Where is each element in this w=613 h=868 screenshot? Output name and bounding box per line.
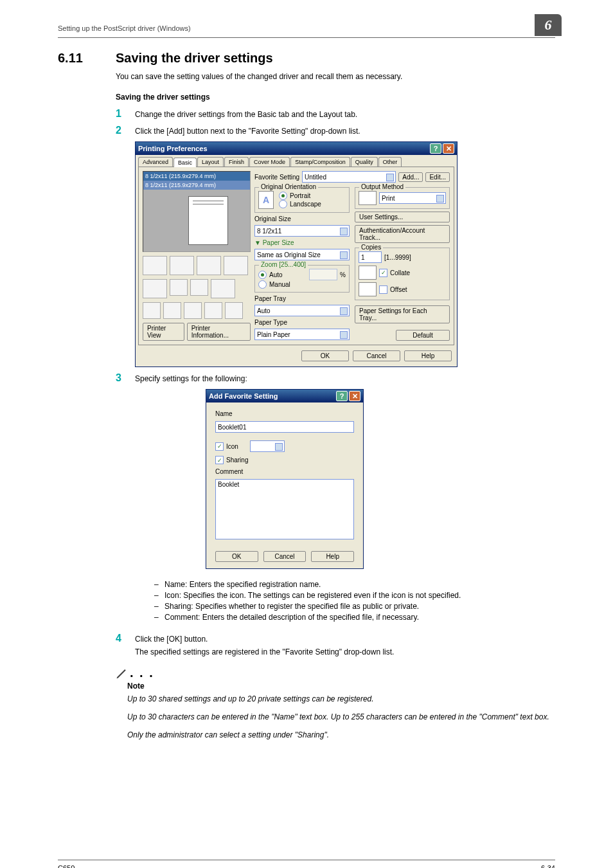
paper-settings-tray-button[interactable]: Paper Settings for Each Tray...: [355, 305, 450, 323]
intro-text: You can save the setting values of the c…: [116, 71, 555, 82]
preview-icon[interactable]: [143, 302, 161, 319]
footer-left: C650: [58, 864, 75, 868]
icon-dropdown[interactable]: [250, 440, 285, 452]
tab-stamp[interactable]: Stamp/Composition: [290, 157, 350, 167]
paper-tray-label: Paper Tray: [254, 295, 350, 302]
help-button[interactable]: Help: [404, 350, 452, 361]
preview-icon[interactable]: [211, 279, 235, 298]
auth-button[interactable]: Authentication/Account Track...: [355, 225, 450, 243]
section-number: 6.11: [58, 51, 116, 66]
paper-type-dropdown[interactable]: Plain Paper: [254, 329, 350, 340]
step-4-text: Click the [OK] button.: [135, 635, 555, 644]
step-number-3: 3: [116, 372, 135, 384]
bullet-icon: Icon: Specifies the icon. The settings c…: [154, 591, 461, 600]
help-icon[interactable]: ?: [336, 391, 348, 401]
zoom-value-field: [309, 269, 337, 280]
copies-input[interactable]: 1: [359, 251, 382, 263]
preview-icon[interactable]: [225, 302, 243, 319]
paper-size-label: ▼ Paper Size: [254, 239, 350, 246]
chapter-badge: 6: [535, 14, 562, 36]
step-1-text: Change the driver settings from the Basi…: [135, 110, 555, 119]
preview-icon[interactable]: [143, 279, 167, 298]
portrait-radio[interactable]: [279, 192, 287, 200]
bullet-name: Name: Enters the specified registration …: [154, 580, 461, 589]
user-settings-button[interactable]: User Settings...: [355, 212, 450, 222]
original-size-dropdown[interactable]: 8 1/2x11: [254, 225, 350, 237]
output-method-dropdown[interactable]: Print: [379, 192, 446, 204]
running-header: Setting up the PostScript driver (Window…: [58, 24, 191, 32]
close-icon[interactable]: ✕: [349, 391, 360, 401]
cancel-button[interactable]: Cancel: [353, 350, 400, 361]
copies-group: Copies 1 [1...9999] ✓Collate Offset: [355, 248, 450, 300]
favorite-setting-label: Favorite Setting: [254, 174, 299, 181]
preview-icon[interactable]: [163, 302, 181, 319]
tab-basic[interactable]: Basic: [173, 158, 197, 167]
step-number-2: 2: [116, 125, 135, 136]
preview-icon[interactable]: [224, 256, 248, 275]
dialog2-title: Add Favorite Setting: [209, 392, 278, 400]
orientation-group: Original Orientation A Portrait Landscap…: [254, 187, 350, 213]
comment-textarea[interactable]: Booklet: [215, 479, 354, 539]
close-icon[interactable]: ✕: [443, 143, 454, 154]
preview-icon[interactable]: [197, 256, 221, 275]
preview-icon-row-1: [143, 256, 251, 275]
ok-button[interactable]: OK: [215, 551, 258, 562]
icon-label: Icon: [226, 443, 238, 450]
add-favorite-setting-dialog: Add Favorite Setting ? ✕ Name Booklet01 …: [206, 389, 364, 569]
tab-quality[interactable]: Quality: [351, 157, 378, 167]
preview-icon[interactable]: [170, 279, 188, 296]
step-2-text: Click the [Add] button next to the "Favo…: [135, 127, 555, 136]
tab-strip: Advanced Basic Layout Finish Cover Mode …: [136, 155, 457, 167]
edit-button[interactable]: Edit...: [425, 172, 450, 182]
preview-icon[interactable]: [204, 302, 222, 319]
note-text-2: Up to 30 characters can be entered in th…: [127, 711, 555, 723]
zoom-manual-radio[interactable]: [258, 280, 267, 289]
offset-icon: [359, 282, 377, 296]
tab-other[interactable]: Other: [378, 157, 402, 167]
printing-preferences-dialog: Printing Preferences ? ✕ Advanced Basic …: [135, 141, 458, 367]
note-heading: Note: [127, 682, 555, 691]
zoom-group: Zoom [25...400] Auto % Manual: [254, 265, 350, 293]
printer-info-button[interactable]: Printer Information...: [187, 323, 251, 341]
step-3-text: Specify settings for the following:: [135, 374, 555, 383]
preview-area: [143, 190, 250, 251]
name-label: Name: [215, 410, 354, 417]
name-input[interactable]: Booklet01: [215, 421, 354, 433]
zoom-auto-radio[interactable]: [258, 271, 267, 279]
step-number-4: 4: [116, 633, 135, 644]
help-button[interactable]: Help: [311, 551, 354, 562]
section-heading: 6.11 Saving the driver settings: [58, 51, 555, 66]
help-icon[interactable]: ?: [430, 143, 441, 154]
landscape-radio[interactable]: [279, 200, 287, 208]
favorite-setting-dropdown[interactable]: Untitled: [302, 171, 396, 183]
tab-finish[interactable]: Finish: [224, 157, 249, 167]
preview-icon[interactable]: [184, 302, 202, 319]
preview-icon-row-2: [143, 279, 251, 298]
add-button[interactable]: Add...: [398, 172, 423, 182]
tab-advanced[interactable]: Advanced: [138, 157, 173, 167]
bullet-sharing: Sharing: Specifies whether to register t…: [154, 602, 461, 611]
ok-button[interactable]: OK: [301, 350, 349, 361]
paper-tray-dropdown[interactable]: Auto: [254, 305, 350, 316]
output-method-group: Output Method Print: [355, 187, 450, 209]
step-4b-text: The specified settings are registered in…: [135, 647, 555, 656]
tab-layout[interactable]: Layout: [197, 157, 224, 167]
paper-size-dropdown[interactable]: Same as Original Size: [254, 249, 350, 260]
offset-checkbox[interactable]: [379, 285, 387, 294]
dialog-title: Printing Preferences: [138, 145, 208, 152]
footer-right: 6-34: [541, 864, 555, 868]
printer-view-button[interactable]: Printer View: [143, 323, 184, 341]
preview-icon[interactable]: [143, 256, 167, 275]
tab-cover-mode[interactable]: Cover Mode: [249, 157, 290, 167]
cancel-button[interactable]: Cancel: [263, 551, 306, 562]
collate-checkbox[interactable]: ✓: [379, 269, 387, 277]
section-title: Saving the driver settings: [116, 51, 273, 66]
bullet-list: Name: Enters the specified registration …: [154, 578, 461, 624]
icon-checkbox[interactable]: ✓: [215, 442, 224, 451]
original-size-label: Original Size: [254, 215, 350, 222]
preview-icon[interactable]: [170, 256, 194, 275]
preview-icon[interactable]: [190, 279, 208, 296]
preview-bar-2: 8 1/2x11 (215.9x279.4 mm): [143, 181, 250, 190]
default-button[interactable]: Default: [396, 330, 450, 341]
sharing-checkbox[interactable]: ✓: [215, 456, 224, 464]
